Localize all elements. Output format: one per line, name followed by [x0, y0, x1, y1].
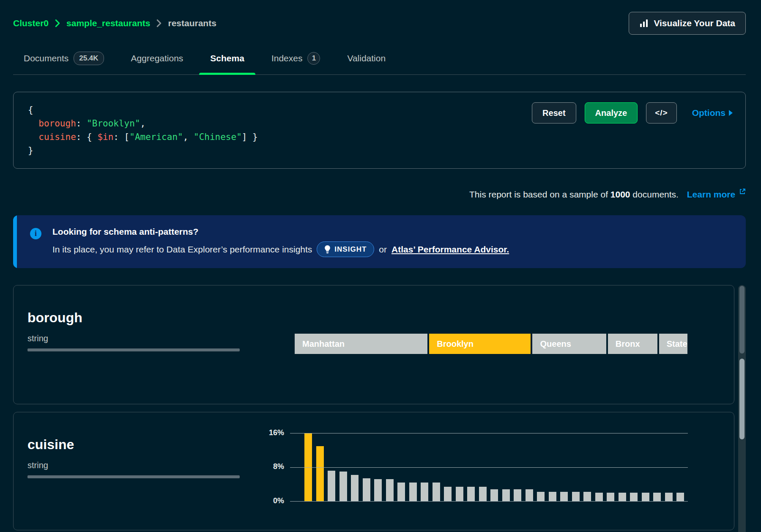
- cuisine-bar[interactable]: [583, 492, 591, 501]
- y-axis-tick: 0%: [252, 496, 284, 505]
- cuisine-bar[interactable]: [607, 493, 614, 501]
- cuisine-bar[interactable]: [363, 478, 370, 501]
- cuisine-bar[interactable]: [433, 483, 440, 501]
- options-label: Options: [692, 108, 725, 118]
- learn-more-label: Learn more: [687, 189, 735, 199]
- indexes-count-badge: 1: [307, 52, 320, 65]
- cuisine-bar[interactable]: [676, 493, 684, 501]
- topbar: Cluster0 sample_restaurants restaurants …: [13, 12, 746, 35]
- cuisine-bar[interactable]: [549, 492, 556, 501]
- sample-count: 1000: [610, 189, 630, 199]
- cuisine-bar[interactable]: [479, 487, 487, 501]
- options-button[interactable]: Options: [692, 108, 733, 118]
- cuisine-bar[interactable]: [595, 493, 603, 501]
- segment-manhattan[interactable]: Manhattan: [295, 334, 427, 354]
- breadcrumb-database[interactable]: sample_restaurants: [66, 18, 150, 28]
- cuisine-bar[interactable]: [572, 492, 580, 501]
- segment-brooklyn[interactable]: Brooklyn: [429, 334, 531, 354]
- sample-report-line: This report is based on a sample of 1000…: [13, 186, 746, 200]
- segment-label: Bronx: [616, 339, 640, 349]
- tab-aggregations[interactable]: Aggregations: [131, 52, 183, 74]
- visualize-data-button[interactable]: Visualize Your Data: [629, 12, 746, 35]
- banner-accent-stripe: [13, 215, 17, 268]
- cuisine-bar[interactable]: [444, 487, 452, 501]
- tab-bar: Documents 25.4K Aggregations Schema Inde…: [13, 52, 746, 75]
- tab-label: Schema: [210, 53, 244, 63]
- cuisine-bar[interactable]: [339, 472, 347, 501]
- performance-advisor-link[interactable]: Atlas’ Performance Advisor.: [391, 244, 509, 255]
- visualize-data-label: Visualize Your Data: [654, 18, 735, 28]
- tab-documents[interactable]: Documents 25.4K: [24, 52, 104, 74]
- analyze-button[interactable]: Analyze: [585, 102, 638, 123]
- cuisine-bar-plot: [290, 433, 688, 502]
- anti-pattern-banner: i Looking for schema anti-patterns? In i…: [13, 215, 746, 268]
- report-text-prefix: This report is based on a sample of: [469, 189, 610, 199]
- tab-schema[interactable]: Schema: [210, 52, 244, 74]
- cuisine-bar[interactable]: [386, 479, 394, 501]
- field-name-borough: borough: [27, 310, 240, 325]
- cuisine-bar[interactable]: [642, 493, 649, 501]
- cuisine-bar[interactable]: [537, 492, 545, 501]
- field-card-cuisine: cuisine string 16% 8% 0%: [13, 412, 734, 530]
- insight-badge[interactable]: INSIGHT: [317, 241, 374, 257]
- segment-queens[interactable]: Queens: [532, 334, 606, 354]
- report-text-suffix: documents.: [630, 189, 679, 199]
- cuisine-bar[interactable]: [514, 489, 521, 501]
- cuisine-bar[interactable]: [619, 493, 626, 501]
- cuisine-bar[interactable]: [456, 487, 463, 501]
- scrollbar-shadow: [739, 286, 745, 354]
- breadcrumb-cluster[interactable]: Cluster0: [13, 18, 49, 28]
- scrollbar-thumb[interactable]: [739, 359, 745, 439]
- banner-conjunction: or: [379, 244, 387, 255]
- lightbulb-icon: [324, 245, 331, 254]
- tab-label: Documents: [24, 53, 68, 63]
- cuisine-bar[interactable]: [374, 479, 382, 501]
- cuisine-bar[interactable]: [502, 489, 510, 501]
- cuisine-bar[interactable]: [328, 471, 335, 501]
- segment-label: Manhattan: [302, 339, 345, 349]
- documents-count-badge: 25.4K: [74, 52, 104, 65]
- learn-more-link[interactable]: Learn more: [687, 189, 746, 199]
- y-axis-tick: 16%: [252, 428, 284, 437]
- tab-validation[interactable]: Validation: [347, 52, 386, 74]
- cuisine-bar[interactable]: [665, 493, 673, 501]
- segment-bronx[interactable]: Bronx: [608, 334, 657, 354]
- cuisine-bar[interactable]: [630, 493, 638, 501]
- segment-staten-island[interactable]: Staten Island: [659, 334, 687, 354]
- tab-indexes[interactable]: Indexes 1: [271, 52, 320, 74]
- insight-label: INSIGHT: [334, 245, 367, 254]
- segment-label: Queens: [540, 339, 571, 349]
- borough-segment-chart: ManhattanBrooklynQueensBronxStaten Islan…: [295, 334, 687, 354]
- banner-body: Looking for schema anti-patterns? In its…: [52, 226, 734, 257]
- query-bar: { borough: "Brooklyn", cuisine: { $in: […: [13, 92, 746, 169]
- type-distribution-bar: [27, 348, 240, 351]
- chevron-right-icon: [55, 19, 60, 27]
- cuisine-bar[interactable]: [316, 446, 324, 501]
- query-actions: Reset Analyze </> Options: [532, 102, 733, 123]
- breadcrumb: Cluster0 sample_restaurants restaurants: [13, 18, 216, 28]
- code-toggle-button[interactable]: </>: [646, 102, 676, 123]
- cuisine-bar[interactable]: [351, 475, 359, 501]
- bar-chart-icon: [639, 19, 649, 28]
- reset-button[interactable]: Reset: [532, 102, 576, 123]
- tab-label: Validation: [347, 53, 386, 63]
- cuisine-bar[interactable]: [653, 493, 661, 501]
- field-card-borough: borough string ManhattanBrooklynQueensBr…: [13, 285, 734, 404]
- segment-label: Staten Island: [667, 339, 687, 349]
- field-meta: borough string: [27, 310, 240, 351]
- cuisine-bar[interactable]: [421, 483, 428, 501]
- y-axis-tick: 8%: [252, 462, 284, 471]
- cuisine-bar[interactable]: [560, 492, 568, 501]
- cuisine-bar[interactable]: [467, 487, 475, 501]
- scrollbar-track[interactable]: [738, 285, 746, 532]
- cuisine-bar-chart: 16% 8% 0%: [14, 412, 734, 530]
- cuisine-bar[interactable]: [490, 489, 498, 501]
- gridline: [290, 467, 688, 468]
- cuisine-bar[interactable]: [526, 489, 533, 501]
- tab-label: Indexes: [271, 53, 303, 63]
- caret-right-icon: [729, 110, 733, 116]
- cuisine-bar[interactable]: [409, 483, 417, 501]
- chevron-right-icon: [156, 19, 162, 27]
- cuisine-bar[interactable]: [397, 483, 405, 501]
- field-type-borough[interactable]: string: [27, 334, 240, 343]
